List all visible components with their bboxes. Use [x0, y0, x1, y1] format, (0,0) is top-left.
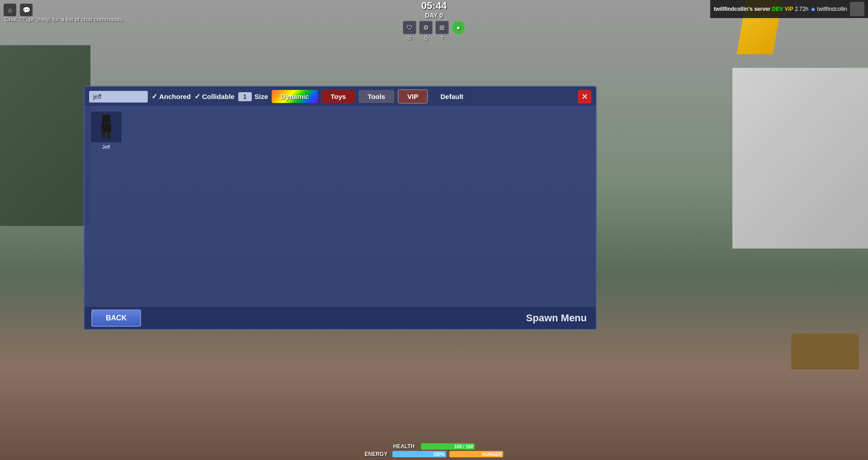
toolbar-label-t: T — [435, 35, 449, 41]
panel-body: Jeff — [85, 107, 596, 154]
username: twillfindcollin — [817, 6, 847, 12]
top-left-icons: ⌂ 💬 — [0, 0, 36, 20]
health-label: HEALTH — [393, 443, 418, 450]
anchored-checkbox-group[interactable]: ✓ Anchored — [151, 92, 191, 101]
bg-wall-left — [0, 45, 90, 226]
spawn-menu-title: Spawn Menu — [526, 312, 587, 324]
energy-value: 100% — [433, 451, 445, 457]
anchored-check-icon: ✓ — [151, 92, 157, 101]
hunger-label-inline: HUNGER — [482, 451, 501, 457]
back-button[interactable]: BACK — [91, 310, 141, 327]
toolbar-label-q: Q — [419, 35, 433, 41]
panel-header: ✓ Anchored ✓ Collidable 1 Size Dynamic T… — [85, 87, 596, 107]
item-jeff-thumb — [90, 111, 122, 143]
hunger-bar-track: HUNGER — [449, 451, 504, 457]
toolbar-icons: 🛡 ⚙ ⊞ ● — [403, 21, 465, 34]
home-icon[interactable]: ⌂ — [4, 4, 16, 16]
diamond-icon: ◆ — [811, 6, 815, 12]
energy-label: ENERGY — [365, 451, 390, 457]
bottom-hud: HEALTH 100 / 100 ENERGY 100% HUNGER — [365, 443, 504, 460]
top-bar: ⌂ 💬 05:44 DAY 0 🛡 ⚙ ⊞ ● G Q T twillfindc… — [0, 0, 868, 41]
item-jeff-label: Jeff — [102, 144, 110, 150]
tab-dynamic[interactable]: Dynamic — [272, 90, 318, 103]
toolbar-label-g: G — [403, 35, 416, 41]
server-info: twillfindcollin's server DEV VIP 2.72h — [714, 6, 809, 12]
toolbar-q-icon[interactable]: ⚙ — [419, 21, 433, 34]
toolbar-label-dot — [452, 35, 465, 41]
dev-badge: DEV — [772, 6, 783, 12]
jeff-body — [101, 123, 111, 132]
tab-default[interactable]: Default — [431, 90, 472, 103]
username-row: ◆ twillfindcollin — [811, 6, 847, 12]
jeff-legs — [97, 133, 115, 139]
top-center: 05:44 DAY 0 🛡 ⚙ ⊞ ● G Q T — [403, 0, 465, 41]
toolbar-labels: G Q T — [403, 35, 465, 41]
tab-tools[interactable]: Tools — [359, 90, 394, 103]
item-jeff[interactable]: Jeff — [89, 111, 123, 150]
energy-bar-row: ENERGY 100% HUNGER — [365, 451, 504, 457]
chat-icon[interactable]: 💬 — [20, 4, 33, 16]
bg-wall-right — [732, 68, 868, 249]
toolbar-t-icon[interactable]: ⊞ — [435, 21, 449, 34]
health-value: 100 / 100 — [454, 443, 473, 450]
jeff-leg-left — [102, 133, 105, 139]
toolbar-dot-icon[interactable]: ● — [452, 21, 465, 34]
jeff-leg-right — [107, 133, 110, 139]
jeff-head — [102, 115, 110, 123]
day-display: DAY 0 — [403, 12, 465, 19]
top-right-info: twillfindcollin's server DEV VIP 2.72h ◆… — [710, 0, 868, 18]
spawn-panel: ✓ Anchored ✓ Collidable 1 Size Dynamic T… — [84, 86, 597, 330]
tab-vip[interactable]: VIP — [398, 89, 428, 103]
collidable-checkbox-group[interactable]: ✓ Collidable — [194, 92, 235, 101]
time-played: 2.72h — [795, 6, 808, 12]
health-bar-row: HEALTH 100 / 100 — [393, 443, 475, 450]
toolbar-g-icon[interactable]: 🛡 — [403, 21, 416, 34]
size-value[interactable]: 1 — [238, 92, 252, 101]
health-bar-track: 100 / 100 — [421, 443, 475, 450]
energy-bar-track: 100% — [392, 451, 447, 457]
anchored-label: Anchored — [159, 93, 191, 100]
player-avatar — [850, 2, 864, 16]
time-display: 05:44 — [403, 0, 465, 12]
jeff-figure — [97, 115, 115, 140]
tab-toys[interactable]: Toys — [321, 90, 355, 103]
search-input[interactable] — [89, 91, 148, 103]
collidable-label: Collidable — [202, 93, 235, 100]
panel-footer: BACK Spawn Menu — [85, 306, 596, 329]
size-group: 1 Size — [238, 92, 268, 101]
collidable-check-icon: ✓ — [194, 92, 200, 101]
size-label: Size — [255, 93, 268, 100]
vip-badge: VIP — [785, 6, 793, 12]
close-button[interactable]: ✕ — [578, 90, 591, 103]
server-name: twillfindcollin's server — [714, 6, 771, 12]
